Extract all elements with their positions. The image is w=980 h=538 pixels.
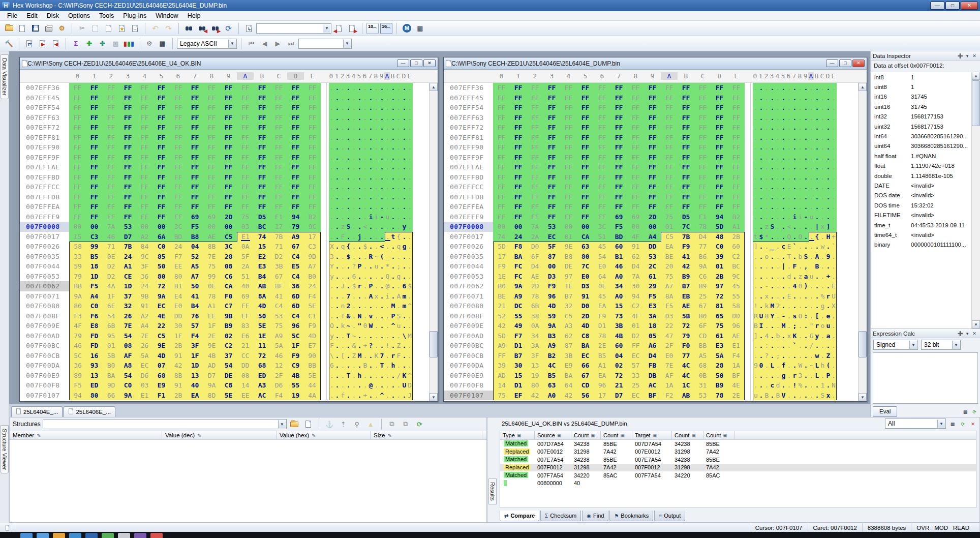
hex-byte[interactable]: FF <box>136 182 153 192</box>
hex-byte[interactable]: 2B <box>170 391 187 401</box>
hex-byte[interactable]: 22 <box>661 321 678 331</box>
menu-plugins[interactable]: Plug-Ins <box>119 12 150 20</box>
ascii-char[interactable]: . <box>792 83 798 93</box>
hex-byte[interactable]: 81 <box>711 301 728 311</box>
ascii-char[interactable]: . <box>814 123 820 133</box>
ascii-char[interactable]: . <box>385 232 390 242</box>
hex-byte[interactable]: FF <box>187 192 203 202</box>
ascii-char[interactable]: | <box>781 261 786 272</box>
hex-byte[interactable]: FF <box>661 113 678 123</box>
ascii-char[interactable]: . <box>781 162 786 172</box>
hex-byte[interactable]: 94 <box>69 391 86 401</box>
ascii-char[interactable]: B <box>753 321 758 331</box>
ascii-char[interactable]: 6 <box>351 272 357 282</box>
open-file-button[interactable] <box>3 23 15 34</box>
ascii-char[interactable]: ~ <box>809 361 814 371</box>
ascii-char[interactable]: . <box>407 261 413 272</box>
hex-byte[interactable]: 00 <box>220 222 237 232</box>
ascii-char[interactable]: k <box>340 321 346 331</box>
ascii-char[interactable]: . <box>803 232 809 242</box>
hex-byte[interactable]: F5 <box>187 222 203 232</box>
compare-files-button[interactable]: ⇄ <box>23 38 35 49</box>
hex-byte[interactable]: D4 <box>694 232 711 242</box>
menu-tools[interactable]: Tools <box>95 12 118 20</box>
hex-byte[interactable]: ED <box>254 371 270 381</box>
hex-byte[interactable]: FF <box>220 162 237 172</box>
hex-byte[interactable]: FF <box>220 133 237 143</box>
hex-byte[interactable]: 97 <box>711 281 728 291</box>
ascii-char[interactable]: . <box>798 182 803 192</box>
hex-byte[interactable]: FF <box>270 172 287 183</box>
hex-byte[interactable]: FC <box>510 261 527 272</box>
ascii-char[interactable]: . <box>814 103 820 113</box>
hex-byte[interactable]: 9C <box>136 252 153 262</box>
ascii-char[interactable]: y <box>814 331 820 341</box>
hex-byte[interactable]: D3 <box>661 311 678 321</box>
ascii-char[interactable]: . <box>334 103 340 113</box>
ascii-char[interactable]: . <box>803 123 809 133</box>
ascii-char[interactable]: . <box>758 93 764 103</box>
hex-byte[interactable]: FF <box>627 113 644 123</box>
ascii-char[interactable]: . <box>329 113 334 123</box>
results-refresh-icon[interactable]: ⟳ <box>959 421 966 427</box>
hex-byte[interactable]: FF <box>510 133 527 143</box>
ascii-char[interactable]: . <box>379 291 385 302</box>
hex-byte[interactable]: EE <box>203 311 220 321</box>
hex-byte[interactable]: FF <box>103 153 119 163</box>
hex-byte[interactable]: FF <box>103 133 119 143</box>
ascii-char[interactable]: r <box>357 281 362 291</box>
hex-byte[interactable]: 85 <box>153 252 170 262</box>
hex-byte[interactable]: FF <box>694 153 711 163</box>
ascii-char[interactable]: . <box>334 123 340 133</box>
ascii-char[interactable]: / <box>809 341 814 351</box>
ascii-char[interactable]: . <box>396 172 402 183</box>
ascii-char[interactable]: S <box>396 311 402 321</box>
results-close-icon[interactable]: ✕ <box>969 421 976 427</box>
ascii-char[interactable]: . <box>379 261 385 272</box>
hex-byte[interactable]: 4B <box>610 331 627 341</box>
hex-byte[interactable]: FF <box>237 123 254 133</box>
hex-byte[interactable]: FF <box>187 123 203 133</box>
ascii-char[interactable]: ^ <box>407 371 413 381</box>
ascii-char[interactable]: M <box>781 321 786 331</box>
hex-byte[interactable]: 44 <box>304 380 321 391</box>
hex-byte[interactable]: 07 <box>153 361 170 371</box>
hex-byte[interactable]: FF <box>527 142 543 153</box>
hex-byte[interactable]: 6D <box>287 291 304 302</box>
ascii-char[interactable]: . <box>786 212 792 222</box>
hex-byte[interactable]: F8 <box>510 242 527 252</box>
hex-byte[interactable]: 91 <box>627 242 644 252</box>
structures-header-valuedec[interactable]: Value (dec)✎ <box>162 431 277 439</box>
hex-byte[interactable]: FF <box>510 93 527 103</box>
ascii-char[interactable]: . <box>346 232 351 242</box>
hex-byte[interactable]: D7 <box>610 391 627 401</box>
ascii-char[interactable]: . <box>351 311 357 321</box>
ascii-char[interactable]: . <box>831 212 837 222</box>
ascii-char[interactable]: . <box>798 113 803 123</box>
goto-prev-diff-button[interactable]: ◀ <box>259 38 270 49</box>
hex-byte[interactable]: A6 <box>644 341 661 351</box>
ascii-char[interactable]: . <box>775 162 781 172</box>
ascii-char[interactable]: . <box>758 331 764 341</box>
hex-byte[interactable]: A9 <box>493 341 510 351</box>
hex-byte[interactable]: FF <box>711 103 728 113</box>
hex-byte[interactable]: 6B <box>103 321 119 331</box>
taskbar-icon-7[interactable] <box>118 533 130 538</box>
ascii-char[interactable]: T <box>786 252 792 262</box>
hex-byte[interactable]: 7E <box>136 331 153 341</box>
hex-byte[interactable]: 37 <box>220 351 237 361</box>
hex-byte[interactable]: 21 <box>493 301 510 311</box>
hex-byte[interactable]: 00 <box>86 222 103 232</box>
hex-byte[interactable]: FF <box>678 192 694 202</box>
hex-byte[interactable]: 1F <box>203 321 220 331</box>
hex-byte[interactable]: 16 <box>86 351 103 361</box>
ascii-char[interactable]: . <box>758 281 764 291</box>
ascii-char[interactable]: . <box>351 222 357 232</box>
ascii-char[interactable]: . <box>814 153 820 163</box>
ascii-char[interactable]: . <box>820 172 825 183</box>
hex-byte[interactable]: FF <box>493 192 510 202</box>
hex-byte[interactable]: FF <box>69 83 86 93</box>
hex-byte[interactable]: FF <box>220 182 237 192</box>
hex-byte[interactable]: A8 <box>119 361 136 371</box>
ascii-char[interactable]: r <box>825 291 831 302</box>
